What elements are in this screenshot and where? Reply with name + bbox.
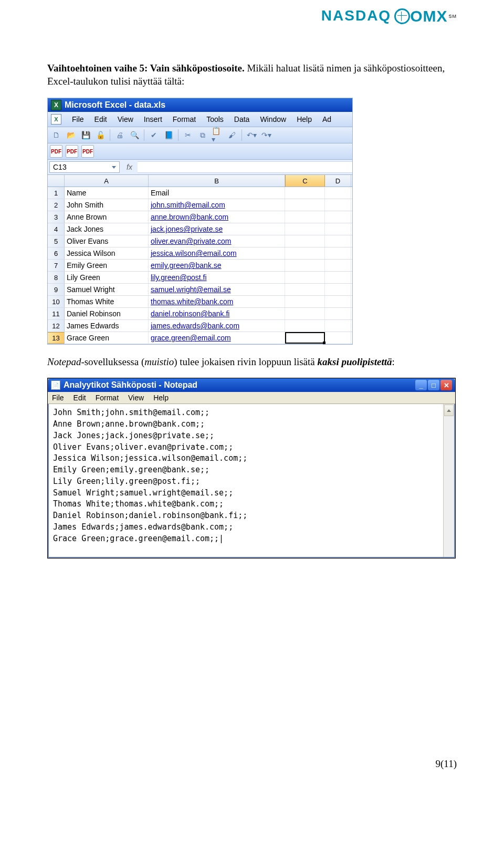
cell[interactable] xyxy=(285,320,325,332)
row-header[interactable]: 6 xyxy=(48,247,65,259)
table-row[interactable]: 5Oliver Evansoliver.evan@private.com xyxy=(48,235,352,247)
open-icon[interactable]: 📂 xyxy=(65,129,77,141)
cell[interactable]: Lily Green xyxy=(65,272,149,283)
cell[interactable]: Emily Green xyxy=(65,260,149,271)
table-row[interactable]: 8Lily Greenlily.green@post.fi xyxy=(48,272,352,284)
print-icon[interactable]: 🖨 xyxy=(113,129,126,141)
cut-icon[interactable]: ✂ xyxy=(182,129,194,141)
pdf-icon-2[interactable]: PDF xyxy=(66,145,78,158)
table-row[interactable]: 9Samuel Wrightsamuel.wright@email.se xyxy=(48,284,352,296)
cell[interactable]: jessica.wilson@email.com xyxy=(149,247,285,259)
worksheet-icon[interactable]: X xyxy=(51,114,61,125)
cell[interactable] xyxy=(325,223,351,235)
menu-addin[interactable]: Ad xyxy=(322,115,331,123)
format-painter-icon[interactable]: 🖌 xyxy=(226,129,238,141)
menu-insert[interactable]: Insert xyxy=(144,115,162,123)
minimize-button[interactable]: _ xyxy=(415,380,427,390)
row-header[interactable]: 2 xyxy=(48,199,65,211)
excel-sheet-body[interactable]: 1NameEmail2John Smithjohn.smith@email.co… xyxy=(48,187,352,344)
cell[interactable] xyxy=(325,247,351,259)
cell[interactable] xyxy=(325,308,351,319)
col-header-a[interactable]: A xyxy=(65,175,149,187)
cell[interactable]: oliver.evan@private.com xyxy=(149,235,285,247)
row-header[interactable]: 4 xyxy=(48,223,65,235)
cell[interactable] xyxy=(285,284,325,295)
cell[interactable] xyxy=(285,247,325,259)
cell[interactable]: thomas.white@bank.com xyxy=(149,296,285,307)
research-icon[interactable]: 📘 xyxy=(162,129,175,141)
notepad-titlebar[interactable]: 📄 Analyytikot Sähköposti - Notepad _ □ ✕ xyxy=(48,378,455,392)
row-header[interactable]: 12 xyxy=(48,320,65,332)
table-row[interactable]: 1NameEmail xyxy=(48,187,352,199)
menu-help[interactable]: Help xyxy=(297,115,312,123)
maximize-button[interactable]: □ xyxy=(428,380,439,390)
cell[interactable] xyxy=(325,272,351,283)
table-row[interactable]: 7Emily Greenemily.green@bank.se xyxy=(48,260,352,272)
table-row[interactable]: 12James Edwardsjames.edwards@bank.com xyxy=(48,320,352,332)
cell[interactable] xyxy=(285,211,325,223)
row-header[interactable]: 11 xyxy=(48,308,65,319)
table-row[interactable]: 2John Smithjohn.smith@email.com xyxy=(48,199,352,211)
cell[interactable]: grace.green@email.com xyxy=(149,332,285,344)
cell[interactable]: Samuel Wright xyxy=(65,284,149,295)
dropdown-icon[interactable] xyxy=(112,166,116,169)
cell[interactable]: anne.brown@bank.com xyxy=(149,211,285,223)
table-row[interactable]: 6Jessica Wilsonjessica.wilson@email.com xyxy=(48,247,352,260)
cell[interactable]: James Edwards xyxy=(65,320,149,332)
fx-label[interactable]: fx xyxy=(121,163,138,171)
cell[interactable] xyxy=(285,308,325,319)
cell[interactable] xyxy=(325,296,351,307)
save-icon[interactable]: 💾 xyxy=(79,129,92,141)
table-row[interactable]: 11Daniel Robinsondaniel.robinson@bank.fi xyxy=(48,308,352,320)
table-row[interactable]: 10Thomas Whitethomas.white@bank.com xyxy=(48,296,352,308)
name-box[interactable]: C13 xyxy=(49,161,120,173)
row-header[interactable]: 8 xyxy=(48,272,65,283)
col-header-c[interactable]: C xyxy=(285,175,325,187)
cell[interactable] xyxy=(325,260,351,271)
cell[interactable] xyxy=(285,199,325,211)
table-row[interactable]: 4Jack Jonesjack.jones@private.se xyxy=(48,223,352,235)
cell[interactable]: Daniel Robinson xyxy=(65,308,149,319)
cell[interactable]: Jack Jones xyxy=(65,223,149,235)
cell[interactable]: emily.green@bank.se xyxy=(149,260,285,271)
cell[interactable]: Name xyxy=(65,187,149,199)
cell[interactable] xyxy=(285,260,325,271)
close-button[interactable]: ✕ xyxy=(440,380,452,390)
menu-file[interactable]: File xyxy=(72,115,84,123)
cell[interactable] xyxy=(325,211,351,223)
table-row[interactable]: 3Anne Brownanne.brown@bank.com xyxy=(48,211,352,223)
row-header[interactable]: 1 xyxy=(48,187,65,199)
redo-icon[interactable]: ↷▾ xyxy=(260,129,272,141)
cell[interactable]: Anne Brown xyxy=(65,211,149,223)
cell[interactable]: John Smith xyxy=(65,199,149,211)
cell[interactable]: Email xyxy=(149,187,285,199)
cell[interactable] xyxy=(325,235,351,247)
formula-input[interactable] xyxy=(138,161,352,173)
table-row[interactable]: 13Grace Greengrace.green@email.com xyxy=(48,332,352,344)
row-header[interactable]: 13 xyxy=(48,332,65,344)
excel-titlebar[interactable]: X Microsoft Excel - data.xls xyxy=(48,98,352,112)
cell[interactable]: daniel.robinson@bank.fi xyxy=(149,308,285,319)
row-header[interactable]: 7 xyxy=(48,260,65,271)
cell[interactable] xyxy=(285,235,325,247)
row-header[interactable]: 3 xyxy=(48,211,65,223)
copy-icon[interactable]: ⧉ xyxy=(196,129,209,141)
select-all-corner[interactable] xyxy=(48,175,65,187)
cell[interactable]: Grace Green xyxy=(65,332,149,344)
notepad-text-area[interactable]: John Smith;john.smith@email.com;; Anne B… xyxy=(49,404,443,557)
menu-window[interactable]: Window xyxy=(260,115,286,123)
cell[interactable]: Oliver Evans xyxy=(65,235,149,247)
row-header[interactable]: 9 xyxy=(48,284,65,295)
col-header-b[interactable]: B xyxy=(149,175,285,187)
np-menu-file[interactable]: File xyxy=(52,394,64,402)
new-icon[interactable]: 🗋 xyxy=(50,129,62,141)
cell[interactable] xyxy=(285,296,325,307)
undo-icon[interactable]: ↶▾ xyxy=(245,129,258,141)
menu-tools[interactable]: Tools xyxy=(206,115,224,123)
cell[interactable] xyxy=(285,187,325,199)
cell[interactable]: jack.jones@private.se xyxy=(149,223,285,235)
pdf-icon[interactable]: PDF xyxy=(50,145,62,158)
cell[interactable]: Jessica Wilson xyxy=(65,247,149,259)
cell[interactable] xyxy=(285,223,325,235)
preview-icon[interactable]: 🔍 xyxy=(128,129,141,141)
